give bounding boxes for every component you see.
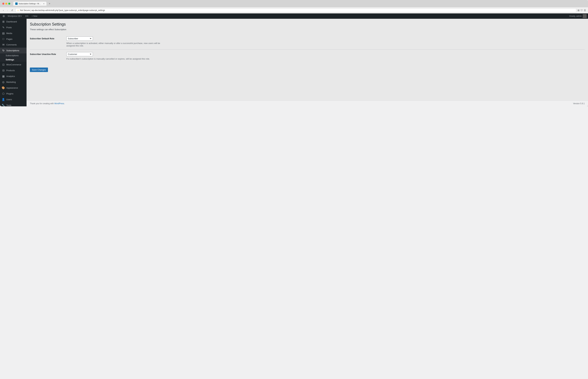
tab-label: Subscription Settings ‹ Wordpr… [19,3,42,5]
active-tab[interactable]: Subscription Settings ‹ Wordpr… ✕ [13,2,46,6]
plugins-icon: ⬡ [2,92,5,95]
footer-credit-text: Thank you for creating with [30,102,54,105]
submenu-label-subscriptions: Subscriptions [6,54,19,57]
sidebar-label-products: Products [6,69,15,72]
tab-favicon [15,2,17,5]
sidebar-label-marketing: Marketing [6,81,16,83]
shield-icon[interactable]: 🛡 [581,9,583,12]
browser-window: Subscription Settings ‹ Wordpr… ✕ + ‹ › … [0,0,588,106]
page-subtitle: These settings can effect Subscription [30,28,585,31]
tab-close-icon[interactable]: ✕ [43,3,45,5]
woocommerce-icon: ⊡ [2,63,5,66]
url-text: Not Secure | wp-dev.test/wp-admin/edit.p… [20,9,105,12]
sidebar-item-dashboard[interactable]: ⊞ Dashboard [0,19,27,25]
sidebar-item-posts[interactable]: ✎ Posts [0,25,27,30]
back-button[interactable]: ‹ [2,9,5,12]
subscriber-unactive-role-label: Subscriber Unactive Role [30,50,66,63]
sidebar-item-media[interactable]: ▤ Media [0,30,27,36]
sidebar-label-users: Users [6,98,12,101]
comment-icon: ✉ [25,15,27,17]
sidebar-item-users[interactable]: 👤 Users [0,96,27,102]
sidebar-item-analytics[interactable]: ▦ Analytics [0,73,27,79]
browser-content: ⊕ Wordpress DEV ✉ 0 + New Howdy, admin [0,14,588,106]
maximize-button[interactable] [8,3,10,5]
comments-link[interactable]: ✉ 0 [24,14,30,19]
subscriber-default-role-label-text: Subscriber Default Role [30,37,54,40]
sidebar-item-products[interactable]: ⊟ Products [0,67,27,73]
subscriber-default-role-select[interactable]: Subscriber Customer Administrator Editor… [66,36,93,41]
wp-admin-bar: ⊕ Wordpress DEV ✉ 0 + New Howdy, admin [0,14,588,19]
sidebar-item-appearance[interactable]: 🎨 Appearance [0,85,27,91]
wordpress-link[interactable]: WordPress [54,102,64,105]
browser-titlebar: Subscription Settings ‹ Wordpr… ✕ + [0,0,588,7]
reload-button[interactable]: ↺ [10,9,14,12]
tools-icon: 🔧 [2,104,5,106]
site-name: Wordpress DEV [8,15,22,17]
footer-credit: Thank you for creating with WordPress. [30,102,65,105]
sidebar-item-marketing[interactable]: ◎ Marketing [0,79,27,85]
wp-main: Subscription Settings These settings can… [27,19,588,101]
new-tab-button[interactable]: + [48,2,51,5]
page-title: Subscription Settings [30,22,585,27]
settings-form: Subscriber Default Role Subscriber Custo… [30,34,585,72]
sidebar-label-pages: Pages [6,38,13,40]
security-icon: ⚠ [17,9,19,12]
appearance-icon: 🎨 [2,86,5,89]
sidebar-label-woocommerce: WooCommerce [6,63,21,66]
sidebar-label-appearance: Appearance [6,87,18,89]
sidebar-label-subscriptions: Subscriptions [6,49,19,52]
save-changes-button[interactable]: Save Changes [30,67,48,72]
browser-actions: ⊞ 🛡 ☰ [578,9,586,12]
posts-icon: ✎ [2,26,5,29]
sidebar-label-dashboard: Dashboard [6,20,17,23]
submenu-item-subscriptions[interactable]: Subscriptions [0,53,27,58]
sidebar-label-comments: Comments [6,44,17,46]
howdy-text: Howdy, admin [569,15,582,17]
avatar[interactable] [583,14,587,18]
sidebar-item-pages[interactable]: □ Pages [0,36,27,42]
comment-count: 0 [27,15,28,17]
sidebar-label-posts: Posts [6,26,12,29]
footer-version: Version 5.9.1 [573,102,585,105]
wp-footer: Thank you for creating with WordPress. V… [27,101,588,106]
sidebar-label-tools: Tools [6,104,11,106]
subscriber-unactive-role-select[interactable]: Customer Subscriber Administrator Editor… [66,52,93,56]
dashboard-icon: ⊞ [2,20,5,23]
new-content-label: + New [32,15,37,17]
browser-navbar: ‹ › ↺ ⚠ Not Secure | wp-dev.test/wp-admi… [0,7,588,14]
sidebar-item-comments[interactable]: ✉ Comments [0,42,27,48]
site-name-link[interactable]: Wordpress DEV [6,14,24,19]
settings-table: Subscriber Default Role Subscriber Custo… [30,34,585,63]
subscriber-default-role-field: Subscriber Customer Administrator Editor… [66,34,585,50]
subscriber-unactive-role-row: Subscriber Unactive Role Customer Subscr… [30,50,585,63]
subscriber-default-role-description: When a subscription is activated, either… [66,42,166,47]
address-bar[interactable]: ⚠ Not Secure | wp-dev.test/wp-admin/edit… [15,8,576,12]
sidebar-item-plugins[interactable]: ⬡ Plugins [0,91,27,96]
sidebar-label-plugins: Plugins [6,93,14,95]
subscriber-default-role-row: Subscriber Default Role Subscriber Custo… [30,34,585,50]
products-icon: ⊟ [2,69,5,72]
sidebar-label-analytics: Analytics [6,75,15,78]
submenu-item-settings[interactable]: Settings [0,58,27,62]
sidebar-item-woocommerce[interactable]: ⊡ WooCommerce [0,62,27,67]
sidebar-item-subscriptions[interactable]: ↻ Subscriptions [0,48,27,53]
analytics-icon: ▦ [2,75,5,78]
extensions-button[interactable]: ⊞ [578,9,580,12]
sidebar-nav: ⊞ Dashboard ✎ Posts ▤ Media □ Pages [0,19,27,106]
media-icon: ▤ [2,32,5,35]
subscriber-unactive-role-label-text: Subscriber Unactive Role [30,53,56,55]
wp-logo-icon[interactable]: ⊕ [1,14,6,19]
comments-nav-icon: ✉ [2,43,5,46]
close-button[interactable] [2,3,4,5]
wp-main-wrapper: Subscription Settings These settings can… [27,19,588,106]
menu-button[interactable]: ☰ [584,9,586,12]
new-content-link[interactable]: + New [30,14,39,19]
subscriber-unactive-role-field: Customer Subscriber Administrator Editor… [66,50,585,63]
subscriptions-icon: ↻ [2,49,5,52]
sidebar-item-tools[interactable]: 🔧 Tools [0,102,27,106]
sidebar-label-media: Media [6,32,12,34]
users-icon: 👤 [2,98,5,101]
marketing-icon: ◎ [2,80,5,84]
minimize-button[interactable] [5,3,7,5]
forward-button[interactable]: › [6,9,9,12]
